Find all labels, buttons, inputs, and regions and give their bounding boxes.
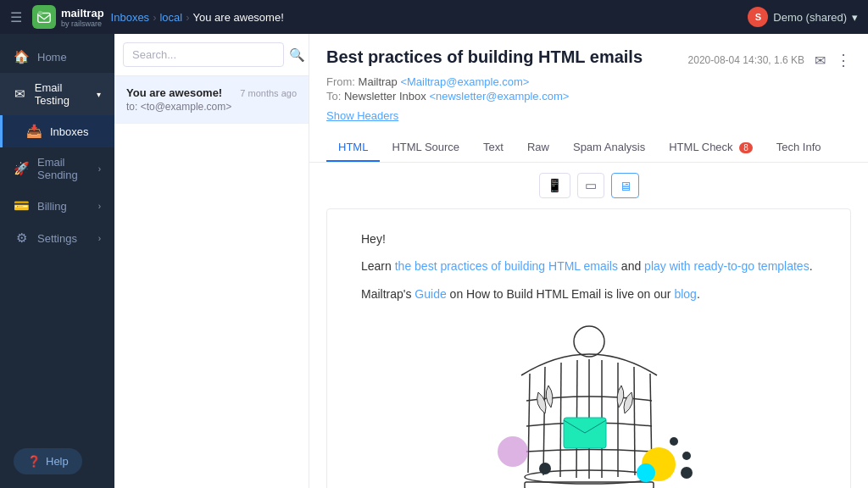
- tab-html-source[interactable]: HTML Source: [380, 134, 471, 162]
- mail-time: 7 months ago: [240, 88, 297, 98]
- link-best-practices[interactable]: the best practices of building HTML emai…: [395, 259, 618, 273]
- email-testing-chevron-icon: ▾: [97, 90, 101, 99]
- svg-line-4: [543, 367, 545, 475]
- mail-item-meta: You are awesome! 7 months ago: [126, 86, 297, 99]
- mail-subject: You are awesome!: [126, 86, 222, 99]
- sidebar: 🏠 Home ✉ Email Testing ▾ 📥 Inboxes 🚀 Ema…: [0, 34, 114, 488]
- view-toggle: 📱 ▭ 🖥: [326, 173, 851, 198]
- help-label: Help: [46, 455, 69, 468]
- mail-to: to: <to@example.com>: [126, 101, 297, 113]
- svg-rect-13: [525, 482, 654, 488]
- settings-chevron-icon: ›: [98, 234, 101, 243]
- inboxes-icon: 📥: [26, 124, 42, 139]
- tab-tech-info[interactable]: Tech Info: [765, 134, 833, 162]
- svg-point-17: [670, 437, 678, 446]
- sidebar-item-email-sending-label: Email Sending: [37, 156, 90, 181]
- email-body-line1: Hey!: [361, 230, 816, 248]
- home-icon: 🏠: [14, 49, 29, 64]
- svg-point-2: [574, 326, 604, 357]
- email-sending-icon: 🚀: [14, 161, 29, 176]
- view-desktop-icon[interactable]: 🖥: [611, 173, 639, 198]
- sidebar-item-settings[interactable]: ⚙ Settings ›: [0, 222, 114, 254]
- breadcrumb-local[interactable]: local: [159, 11, 182, 24]
- sidebar-footer: ❓ Help: [0, 435, 114, 488]
- help-button[interactable]: ❓ Help: [14, 448, 82, 474]
- sidebar-item-email-testing-label: Email Testing: [35, 81, 88, 107]
- view-tablet-icon[interactable]: ▭: [577, 173, 604, 198]
- tab-raw[interactable]: Raw: [515, 134, 561, 162]
- email-header: Best practices of building HTML emails F…: [309, 34, 868, 163]
- billing-icon: 💳: [14, 198, 29, 214]
- svg-point-18: [682, 452, 691, 460]
- breadcrumb-inboxes[interactable]: Inboxes: [111, 11, 150, 24]
- email-from: From: Mailtrap <Mailtrap@example.com>: [326, 75, 643, 88]
- html-check-badge: 8: [739, 142, 753, 153]
- tab-spam-analysis[interactable]: Spam Analysis: [561, 134, 657, 162]
- mail-list-item[interactable]: You are awesome! 7 months ago to: <to@ex…: [114, 76, 309, 124]
- help-icon: ❓: [27, 455, 41, 468]
- to-email[interactable]: <newsletter@example.com>: [429, 90, 569, 103]
- email-sending-chevron-icon: ›: [98, 164, 101, 174]
- sidebar-item-billing-label: Billing: [37, 200, 67, 213]
- link-play-templates[interactable]: play with ready-to-go templates: [644, 259, 810, 273]
- email-tabs: HTML HTML Source Text Raw Spam Analysis …: [326, 134, 851, 162]
- logo-sub: by railsware: [61, 19, 104, 28]
- email-preview: Hey! Learn the best practices of buildin…: [326, 208, 851, 488]
- email-to: To: Newsletter Inbox <newsletter@example…: [326, 90, 643, 103]
- tab-html[interactable]: HTML: [326, 134, 380, 162]
- sidebar-item-home-label: Home: [37, 51, 67, 64]
- inbox-list: 🔍 ↻ ✕ ⚙ You are awesome! 7 months ago to…: [114, 34, 309, 488]
- email-body-line2: Learn the best practices of building HTM…: [361, 257, 816, 275]
- logo-icon: [32, 5, 56, 29]
- svg-line-10: [634, 367, 635, 475]
- logo-text: mailtrap: [61, 7, 104, 19]
- from-email[interactable]: <Mailtrap@example.com>: [400, 75, 529, 88]
- email-body-line3: Mailtrap's Guide on How to Build HTML Em…: [361, 285, 816, 303]
- sidebar-item-inboxes-label: Inboxes: [50, 125, 89, 138]
- email-title: Best practices of building HTML emails: [326, 47, 643, 67]
- sidebar-item-email-testing[interactable]: ✉ Email Testing ▾: [0, 73, 114, 115]
- user-chevron-icon: ▾: [852, 11, 858, 24]
- user-avatar: S: [748, 7, 768, 27]
- search-input[interactable]: [123, 42, 284, 67]
- email-content: 📱 ▭ 🖥 Hey! Learn the best practices of b…: [309, 163, 868, 488]
- email-date: 2020-08-04 14:30, 1.6 KB: [688, 54, 804, 66]
- svg-line-3: [528, 374, 530, 473]
- svg-point-15: [498, 436, 528, 467]
- sidebar-nav: 🏠 Home ✉ Email Testing ▾ 📥 Inboxes 🚀 Ema…: [0, 34, 114, 435]
- forward-icon[interactable]: ✉: [815, 53, 826, 69]
- logo: mailtrap by railsware: [32, 5, 104, 29]
- svg-point-21: [681, 467, 693, 479]
- to-name: Newsletter Inbox: [344, 90, 426, 103]
- link-guide[interactable]: Guide: [415, 287, 446, 301]
- topbar: ☰ mailtrap by railsware Inboxes › local …: [0, 0, 868, 34]
- tab-html-check[interactable]: HTML Check 8: [657, 134, 765, 162]
- from-name: Mailtrap: [359, 75, 398, 88]
- cage-illustration: [361, 312, 816, 488]
- user-name: Demo (shared): [773, 11, 847, 24]
- sidebar-item-inboxes[interactable]: 📥 Inboxes: [0, 115, 114, 147]
- link-blog[interactable]: blog: [674, 287, 696, 301]
- email-testing-icon: ✉: [14, 86, 26, 102]
- inbox-search-bar: 🔍 ↻ ✕ ⚙: [114, 34, 309, 76]
- view-mobile-icon[interactable]: 📱: [539, 173, 570, 198]
- hamburger-icon[interactable]: ☰: [10, 9, 22, 25]
- show-headers-link[interactable]: Show Headers: [326, 109, 398, 122]
- sidebar-item-settings-label: Settings: [37, 232, 77, 245]
- tab-text[interactable]: Text: [471, 134, 515, 162]
- svg-point-16: [539, 463, 551, 474]
- sidebar-item-email-sending[interactable]: 🚀 Email Sending ›: [0, 147, 114, 190]
- main-layout: 🏠 Home ✉ Email Testing ▾ 📥 Inboxes 🚀 Ema…: [0, 34, 868, 488]
- sidebar-item-billing[interactable]: 💳 Billing ›: [0, 190, 114, 222]
- settings-icon: ⚙: [14, 230, 29, 246]
- billing-chevron-icon: ›: [98, 202, 101, 211]
- email-detail: Best practices of building HTML emails F…: [309, 34, 868, 488]
- svg-line-5: [560, 363, 561, 477]
- user-badge[interactable]: S Demo (shared) ▾: [748, 7, 858, 27]
- search-icon[interactable]: 🔍: [289, 47, 305, 63]
- sidebar-item-home[interactable]: 🏠 Home: [0, 41, 114, 73]
- more-options-icon[interactable]: ⋮: [836, 51, 851, 69]
- svg-point-20: [637, 463, 655, 482]
- svg-point-1: [38, 11, 42, 15]
- breadcrumb-current: You are awesome!: [193, 11, 284, 24]
